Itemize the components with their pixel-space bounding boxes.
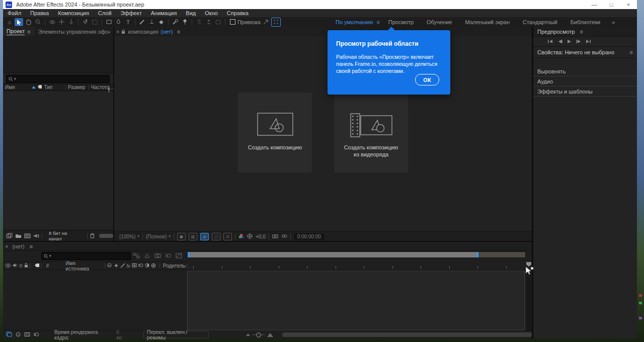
- solo-icon[interactable]: [19, 263, 23, 269]
- work-area-start-handle[interactable]: [188, 252, 190, 258]
- effects-presets-panel-header[interactable]: Эффекты и шаблоны: [533, 87, 637, 97]
- lock-column-icon[interactable]: [24, 263, 28, 269]
- column-size[interactable]: Размер: [66, 84, 89, 90]
- magnification-dropdown[interactable]: (100%)▾: [119, 234, 139, 239]
- menu-layer[interactable]: Слой: [94, 10, 116, 16]
- frame-blend-column-icon[interactable]: [132, 263, 137, 269]
- shy-toggle-icon[interactable]: [15, 332, 21, 338]
- source-name-column[interactable]: Имя источника: [65, 261, 89, 272]
- exposure-value[interactable]: +0,0: [256, 234, 266, 239]
- grid-guides-icon[interactable]: [271, 18, 281, 27]
- workspace-small-screen[interactable]: Маленький экран: [458, 19, 516, 25]
- frame-blending-icon[interactable]: [154, 251, 161, 261]
- viewer-tab-label[interactable]: композиция: [128, 29, 158, 35]
- viewer-menu-icon[interactable]: ≡: [177, 29, 180, 35]
- preview-panel-header[interactable]: Предпросмотр ≡: [533, 27, 637, 37]
- type-tool-icon[interactable]: T: [124, 18, 132, 26]
- zoom-slider[interactable]: [252, 334, 265, 335]
- work-area-bar[interactable]: [187, 251, 526, 258]
- workspace-overflow-icon[interactable]: »: [607, 19, 620, 25]
- preview-menu-icon[interactable]: ≡: [580, 29, 583, 35]
- composition-mini-icon[interactable]: [6, 331, 12, 338]
- timeline-horizontal-scrollbar[interactable]: [282, 332, 532, 337]
- audio-panel-header[interactable]: Аудио: [533, 76, 637, 87]
- motion-blur-icon[interactable]: [165, 251, 172, 261]
- snapshot-camera-icon[interactable]: [272, 234, 278, 239]
- panel-menu-icon[interactable]: ≡: [27, 29, 30, 35]
- snapping-control[interactable]: Привязка: [230, 19, 261, 25]
- pan-camera-tool-icon[interactable]: [57, 18, 66, 26]
- camera-tool-icon[interactable]: [91, 18, 99, 26]
- show-snapshot-icon[interactable]: [281, 234, 287, 239]
- label-tag-icon[interactable]: [37, 84, 42, 90]
- guides-overlay-icon[interactable]: ⊡: [223, 233, 232, 240]
- rotation-tool-icon[interactable]: ↺: [81, 18, 90, 26]
- timeline-tab-close-icon[interactable]: ×: [3, 243, 10, 249]
- hand-tool-icon[interactable]: [24, 18, 33, 26]
- new-folder-icon[interactable]: [15, 231, 22, 240]
- transparency-grid-icon[interactable]: ▨: [189, 233, 197, 240]
- 3d-layer-icon[interactable]: [151, 263, 156, 269]
- panel-overflow-icon[interactable]: »: [107, 29, 113, 35]
- resolution-dropdown[interactable]: (Полное)▾: [146, 234, 171, 239]
- zoom-in-icon[interactable]: [267, 333, 273, 337]
- layer-track-area[interactable]: [187, 271, 525, 330]
- properties-panel-header[interactable]: Свойства: Ничего не выбрано ≡: [533, 47, 637, 58]
- work-area-end-handle[interactable]: [476, 252, 478, 258]
- adjustment-layer-icon[interactable]: [145, 263, 149, 269]
- project-search-input[interactable]: ▾: [6, 75, 110, 83]
- workspace-default[interactable]: По умолчанию: [329, 19, 379, 25]
- label-column-icon[interactable]: [34, 263, 40, 269]
- mask-visibility-icon[interactable]: ▱: [200, 233, 209, 240]
- clone-stamp-tool-icon[interactable]: ⊥: [147, 18, 156, 26]
- properties-menu-icon[interactable]: ≡: [630, 49, 633, 55]
- orbit-camera-tool-icon[interactable]: [48, 18, 56, 26]
- quality-icon[interactable]: [120, 263, 125, 269]
- sort-ascending-icon[interactable]: [32, 86, 36, 89]
- fx-icon[interactable]: fx: [127, 264, 130, 269]
- search-dropdown-icon[interactable]: ▾: [14, 77, 16, 81]
- snap-options-icon[interactable]: [262, 18, 270, 26]
- menu-effect[interactable]: Эффект: [116, 10, 146, 16]
- interpret-footage-icon[interactable]: [6, 231, 13, 240]
- workspace-libraries[interactable]: Библиотеки: [564, 19, 607, 25]
- trash-icon[interactable]: [90, 231, 95, 240]
- go-to-end-icon[interactable]: [586, 39, 591, 44]
- viewer-tab-value[interactable]: (нет): [161, 29, 173, 35]
- menu-composition[interactable]: Композиция: [53, 10, 94, 16]
- zoom-slider-knob[interactable]: [256, 332, 261, 337]
- timeline-vertical-scrollbar[interactable]: [526, 271, 531, 330]
- play-icon[interactable]: [567, 39, 572, 44]
- dolly-camera-tool-icon[interactable]: [67, 18, 75, 26]
- project-scrollbar[interactable]: [99, 234, 113, 238]
- shy-icon[interactable]: [107, 263, 112, 269]
- menu-file[interactable]: Файл: [3, 10, 26, 16]
- timeline-search-input[interactable]: ▾: [41, 252, 131, 260]
- menu-edit[interactable]: Правка: [26, 10, 53, 16]
- menu-window[interactable]: Окно: [200, 10, 222, 16]
- puppet-pin-tool-icon[interactable]: [181, 18, 189, 26]
- composition-flowchart-icon[interactable]: [133, 251, 140, 261]
- parent-column[interactable]: Родительский элемент ...: [163, 263, 186, 269]
- bit-depth-label[interactable]: 8 бит на канал: [45, 230, 85, 241]
- go-to-start-icon[interactable]: [547, 39, 553, 44]
- region-of-interest-icon[interactable]: ▢: [212, 233, 220, 240]
- composition-from-footage-card[interactable]: Создать композицию из видеоряда: [334, 93, 408, 173]
- work-area-range[interactable]: [188, 252, 476, 258]
- frame-blending-toggle-icon[interactable]: [24, 332, 30, 338]
- new-composition-card[interactable]: Создать композицию: [238, 93, 312, 173]
- workspace-learn[interactable]: Обучение: [420, 19, 458, 25]
- previous-frame-icon[interactable]: [557, 39, 562, 44]
- project-settings-icon[interactable]: [33, 231, 39, 240]
- column-name[interactable]: Имя: [3, 84, 30, 90]
- align-panel-header[interactable]: Выровнять: [533, 66, 637, 76]
- color-management-icon[interactable]: [238, 233, 244, 240]
- menu-view[interactable]: Вид: [181, 10, 200, 16]
- video-visibility-icon[interactable]: [5, 263, 11, 269]
- index-column[interactable]: #: [46, 263, 49, 269]
- rectangle-tool-icon[interactable]: [105, 18, 113, 26]
- maximize-button[interactable]: □: [603, 0, 620, 9]
- search-dropdown-icon[interactable]: ▾: [49, 254, 51, 258]
- pen-tool-icon[interactable]: [114, 18, 123, 26]
- tab-project[interactable]: Проект ≡: [3, 27, 34, 36]
